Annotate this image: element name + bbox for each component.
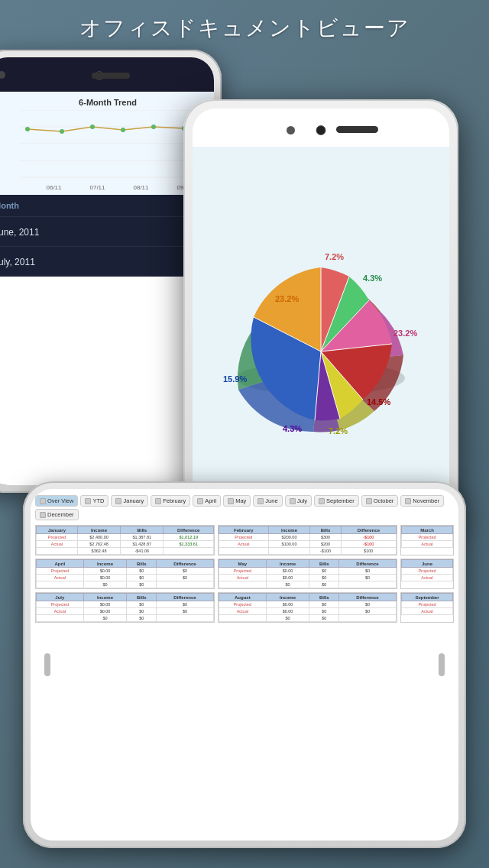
phone-3-btn-right xyxy=(439,653,445,676)
svg-point-9 xyxy=(151,125,156,129)
table-may: May Income Bills Difference Projected $0… xyxy=(218,559,397,589)
phone-1-screen: 6-Month Trend 1430 1144 858 572 286 xyxy=(0,92,214,485)
svg-text:23.2%: 23.2% xyxy=(393,329,417,338)
pie-chart-svg: 23.2% 7.2% 4.3% 23.2% 14.5% 7.2% 4.3% 15… xyxy=(206,237,436,443)
svg-text:7.2%: 7.2% xyxy=(329,426,348,436)
tab-icon xyxy=(366,498,372,504)
table-april: April Income Bills Difference Projected … xyxy=(35,559,215,589)
phone-1-btn xyxy=(0,71,5,79)
list-item-2[interactable]: July, 2011 xyxy=(0,247,214,277)
table-september: September Projected Actual xyxy=(400,592,454,623)
svg-text:14.5%: 14.5% xyxy=(367,397,390,406)
phone-1-speaker xyxy=(92,73,130,79)
svg-point-8 xyxy=(121,128,125,132)
list-header: Month xyxy=(0,201,19,210)
tab-ytd[interactable]: YTD xyxy=(80,495,108,507)
phone-3-btn-left xyxy=(44,653,50,676)
tab-icon xyxy=(85,498,91,504)
tab-icon xyxy=(115,498,121,504)
table-january: January Income Bills Difference Projecte… xyxy=(35,525,215,555)
tab-may[interactable]: May xyxy=(223,495,251,507)
list-item-1[interactable]: June, 2011 xyxy=(0,217,214,247)
table-august: August Income Bills Difference Projected… xyxy=(218,592,397,623)
svg-point-6 xyxy=(60,129,64,134)
tab-icon xyxy=(155,498,161,504)
tab-july[interactable]: July xyxy=(285,495,312,507)
tab-june[interactable]: June xyxy=(253,495,282,507)
line-chart-svg xyxy=(9,110,206,179)
chart-xaxis: 06/11 07/11 08/11 09/11 xyxy=(9,184,206,191)
pie-container: 23.2% 7.2% 4.3% 23.2% 14.5% 7.2% 4.3% 15… xyxy=(193,147,449,533)
tab-icon xyxy=(197,498,203,504)
svg-point-7 xyxy=(90,125,95,129)
table-february: February Income Bills Difference Project… xyxy=(218,525,397,555)
svg-text:23.2%: 23.2% xyxy=(275,294,299,303)
table-march: March Projected Actual xyxy=(400,525,454,555)
tab-icon xyxy=(319,498,325,504)
tab-november[interactable]: November xyxy=(400,495,444,507)
svg-text:15.9%: 15.9% xyxy=(223,374,247,384)
phone-2-speaker xyxy=(336,126,378,133)
phone-2-camera xyxy=(316,125,326,135)
tab-september[interactable]: September xyxy=(314,495,359,507)
x-label-1: 06/11 xyxy=(46,184,61,191)
tab-icon xyxy=(40,512,46,518)
tab-overview[interactable]: Over View xyxy=(35,495,78,507)
svg-point-5 xyxy=(25,127,30,131)
data-list: Month June, 2011 July, 2011 xyxy=(0,195,214,277)
x-label-2: 07/11 xyxy=(89,184,105,191)
tab-icon xyxy=(40,498,46,504)
tab-icon xyxy=(257,498,264,504)
tab-icon xyxy=(405,498,411,504)
table-june: June Projected Actual xyxy=(400,559,454,589)
tab-icon xyxy=(290,498,296,504)
tab-december[interactable]: December xyxy=(35,509,79,520)
table-july: July Income Bills Difference Projected $… xyxy=(35,592,215,623)
tab-icon xyxy=(228,498,234,504)
tab-october[interactable]: October xyxy=(361,495,399,507)
chart-title: 6-Month Trend xyxy=(9,98,206,107)
svg-text:4.3%: 4.3% xyxy=(283,424,302,433)
svg-text:7.2%: 7.2% xyxy=(325,252,344,261)
spreadsheet-screen: Over View YTD January February April xyxy=(31,489,458,840)
tab-january[interactable]: January xyxy=(111,495,148,507)
tab-february[interactable]: February xyxy=(151,495,190,507)
tab-bar: Over View YTD January February April xyxy=(35,495,454,520)
tab-april[interactable]: April xyxy=(193,495,221,507)
phone-3: Over View YTD January February April xyxy=(23,481,466,848)
phone-2: 23.2% 7.2% 4.3% 23.2% 14.5% 7.2% 4.3% 15… xyxy=(183,99,458,542)
phone-2-screen: 23.2% 7.2% 4.3% 23.2% 14.5% 7.2% 4.3% 15… xyxy=(193,147,449,533)
app-title: オフィスドキュメントビューア xyxy=(0,14,489,43)
phone-2-btn xyxy=(287,126,295,134)
svg-text:4.3%: 4.3% xyxy=(363,274,382,283)
x-label-3: 08/11 xyxy=(133,184,148,191)
